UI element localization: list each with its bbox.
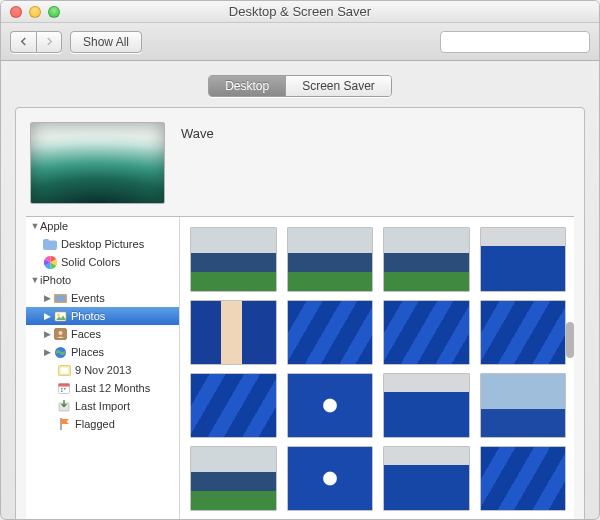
search-input[interactable] <box>452 35 586 49</box>
sidebar-item-desktop-pictures[interactable]: Desktop Pictures <box>26 235 179 253</box>
scrollbar[interactable] <box>566 322 574 358</box>
sidebar-group-apple[interactable]: ▼ Apple <box>26 217 179 235</box>
disclosure-right-icon: ▶ <box>42 293 52 303</box>
search-field[interactable] <box>440 31 590 53</box>
wallpaper-thumbnail[interactable] <box>190 373 277 438</box>
window-title: Desktop & Screen Saver <box>1 4 599 19</box>
chevron-right-icon <box>45 37 54 46</box>
disclosure-right-icon: ▶ <box>42 311 52 321</box>
chevron-left-icon <box>19 37 28 46</box>
wallpaper-thumbnail[interactable] <box>480 227 567 292</box>
sidebar-item-last-import[interactable]: Last Import <box>26 397 179 415</box>
tab-screen-saver[interactable]: Screen Saver <box>285 76 391 96</box>
svg-rect-4 <box>55 295 65 301</box>
events-icon <box>52 291 68 305</box>
wallpaper-thumbnail[interactable] <box>383 446 470 511</box>
sidebar-item-album-9-nov-2013[interactable]: 9 Nov 2013 <box>26 361 179 379</box>
sidebar-item-photos[interactable]: ▶ Photos <box>26 307 179 325</box>
wallpaper-thumbnail[interactable] <box>383 300 470 365</box>
current-wallpaper-preview <box>30 122 165 204</box>
wallpaper-thumbnail[interactable] <box>190 227 277 292</box>
faces-icon <box>52 327 68 341</box>
color-wheel-icon <box>42 255 58 269</box>
svg-rect-13 <box>59 384 70 387</box>
content-panel: Wave ▼ Apple Desktop Pictures Solid Colo… <box>15 107 585 520</box>
wallpaper-thumbnail[interactable] <box>383 373 470 438</box>
wallpaper-thumbnail[interactable] <box>287 227 374 292</box>
wallpaper-thumbnail[interactable] <box>480 373 567 438</box>
svg-rect-15 <box>64 388 66 390</box>
forward-button[interactable] <box>36 31 62 53</box>
tab-desktop[interactable]: Desktop <box>209 76 285 96</box>
photos-icon <box>52 309 68 323</box>
source-sidebar[interactable]: ▼ Apple Desktop Pictures Solid Colors ▼ … <box>26 217 180 520</box>
toolbar: Show All <box>1 23 599 61</box>
sidebar-item-events[interactable]: ▶ Events <box>26 289 179 307</box>
sidebar-item-solid-colors[interactable]: Solid Colors <box>26 253 179 271</box>
disclosure-right-icon: ▶ <box>42 347 52 357</box>
preview-row: Wave <box>26 118 574 216</box>
thumbnail-grid-wrap <box>180 217 574 520</box>
back-button[interactable] <box>10 31 36 53</box>
disclosure-right-icon: ▶ <box>42 329 52 339</box>
thumbnail-grid[interactable] <box>180 217 574 520</box>
places-icon <box>52 345 68 359</box>
svg-point-8 <box>58 331 62 335</box>
import-icon <box>56 399 72 413</box>
wallpaper-thumbnail[interactable] <box>287 373 374 438</box>
nav-group <box>10 31 62 53</box>
titlebar: Desktop & Screen Saver <box>1 1 599 23</box>
sidebar-item-places[interactable]: ▶ Places <box>26 343 179 361</box>
zoom-window-button[interactable] <box>48 6 60 18</box>
minimize-window-button[interactable] <box>29 6 41 18</box>
tab-bar: Desktop Screen Saver <box>1 61 599 107</box>
source-browser: ▼ Apple Desktop Pictures Solid Colors ▼ … <box>26 216 574 520</box>
preferences-window: Desktop & Screen Saver Show All Desktop … <box>0 0 600 520</box>
svg-point-6 <box>57 313 60 316</box>
svg-rect-14 <box>61 388 63 390</box>
sidebar-item-faces[interactable]: ▶ Faces <box>26 325 179 343</box>
wallpaper-thumbnail[interactable] <box>480 300 567 365</box>
sidebar-item-last-12-months[interactable]: Last 12 Months <box>26 379 179 397</box>
traffic-lights <box>1 6 60 18</box>
calendar-icon <box>56 381 72 395</box>
sidebar-item-flagged[interactable]: Flagged <box>26 415 179 433</box>
disclosure-down-icon: ▼ <box>30 221 40 231</box>
wallpaper-thumbnail[interactable] <box>480 446 567 511</box>
disclosure-down-icon: ▼ <box>30 275 40 285</box>
wallpaper-name: Wave <box>181 122 214 141</box>
wallpaper-thumbnail[interactable] <box>287 300 374 365</box>
show-all-button[interactable]: Show All <box>70 31 142 53</box>
wallpaper-thumbnail[interactable] <box>190 300 277 365</box>
wallpaper-thumbnail[interactable] <box>190 446 277 511</box>
wallpaper-thumbnail[interactable] <box>287 446 374 511</box>
sidebar-group-iphoto[interactable]: ▼ iPhoto <box>26 271 179 289</box>
svg-rect-11 <box>60 367 68 373</box>
flag-icon <box>56 417 72 431</box>
svg-rect-16 <box>61 391 63 393</box>
album-icon <box>56 363 72 377</box>
wallpaper-thumbnail[interactable] <box>383 227 470 292</box>
close-window-button[interactable] <box>10 6 22 18</box>
folder-icon <box>42 237 58 251</box>
